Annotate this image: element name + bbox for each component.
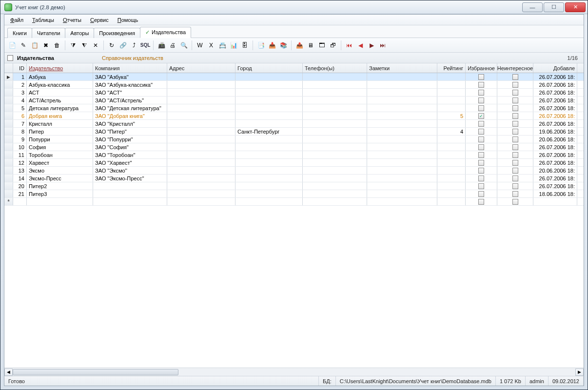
uninteresting-checkbox[interactable] [512,90,518,96]
favorite-checkbox[interactable] [478,160,484,166]
table-row[interactable]: 6Добрая книгаЗАО ''Добрая книга''5✓26.07… [4,112,584,120]
row-handle[interactable] [4,182,13,190]
toolbar-button[interactable]: W [195,40,205,50]
row-handle[interactable] [4,89,13,96]
toolbar-button[interactable]: SQL [140,40,150,50]
toolbar-button[interactable]: ↻ [107,40,117,50]
row-handle[interactable] [4,167,13,174]
row-handle[interactable] [4,104,13,112]
favorite-checkbox[interactable] [478,152,484,158]
favorite-checkbox[interactable] [478,82,484,88]
new-row[interactable] [4,198,584,206]
menu-таблицы[interactable]: Таблицы [28,16,58,24]
column-header-phone[interactable]: Телефон(ы) [303,63,367,73]
uninteresting-checkbox[interactable] [512,121,518,127]
column-header-favorite[interactable]: Избранное [466,63,497,73]
column-header-address[interactable]: Адрес [167,63,235,73]
uninteresting-checkbox[interactable] [512,74,518,80]
favorite-checkbox[interactable] [478,121,484,127]
table-row[interactable]: 2Азбука-классикаЗАО ''Азбука-классика''2… [4,81,584,89]
table-row[interactable]: 13ЭксмоЗАО ''Эксмо''20.06.2006 18: [4,167,584,175]
toolbar-button[interactable]: ⧨ [79,40,89,50]
toolbar-button[interactable]: 🗄 [240,40,250,50]
toolbar-button[interactable]: 🗑 [52,40,62,50]
favorite-checkbox[interactable] [478,74,484,80]
column-header-company[interactable]: Компания [93,63,167,73]
row-handle[interactable] [4,120,13,127]
favorite-checkbox[interactable] [478,168,484,174]
favorite-checkbox[interactable] [478,176,484,181]
uninteresting-checkbox[interactable] [512,129,518,135]
tab-книги[interactable]: Книги [7,28,32,38]
uninteresting-checkbox[interactable] [512,160,518,166]
table-row[interactable]: 3АСТЗАО ''АСТ''26.07.2006 18: [4,89,584,97]
close-button[interactable]: ✕ [565,2,586,12]
column-header-added[interactable]: Добавле [533,63,577,73]
table-row[interactable]: 9ПопурриЗАО ''Попурри''20.06.2006 18: [4,136,584,143]
column-header-uninteresting[interactable]: Неинтересное [497,63,533,73]
menu-сервис[interactable]: Сервис [86,16,113,24]
uninteresting-checkbox[interactable] [512,152,518,158]
column-header-notes[interactable]: Заметки [367,63,437,73]
uninteresting-checkbox[interactable] [512,82,518,88]
grid-body[interactable]: 1АзбукаЗАО ''Азбука''26.07.2006 18:2Азбу… [4,73,584,368]
row-handle[interactable] [4,136,13,143]
row-handle[interactable] [4,175,13,182]
uninteresting-checkbox[interactable] [512,105,518,111]
table-row[interactable]: 21Питер318.06.2006 18: [4,190,584,198]
scroll-track[interactable] [13,369,575,376]
row-handle[interactable] [4,97,13,104]
favorite-checkbox[interactable] [478,136,484,142]
uninteresting-checkbox[interactable] [512,176,518,181]
tab-читатели[interactable]: Читатели [32,28,66,38]
favorite-checkbox[interactable] [478,98,484,103]
column-header-id[interactable]: ID [13,63,27,73]
favorite-checkbox[interactable] [478,144,484,150]
column-header-city[interactable]: Город [235,63,303,73]
toolbar-button[interactable]: ⧩ [68,40,78,50]
tab-издательства[interactable]: ✓Издательства [140,27,191,38]
toolbar-button[interactable]: X [206,40,216,50]
uninteresting-checkbox[interactable] [512,191,518,197]
toolbar-button[interactable]: 📥 [267,40,277,50]
toolbar-button[interactable]: 🖥 [306,40,315,50]
menu-файл[interactable]: Файл [6,16,27,24]
row-handle[interactable] [4,112,13,119]
table-row[interactable]: 10СофияЗАО ''София''26.07.2006 18: [4,143,584,151]
row-handle[interactable] [4,143,13,151]
uninteresting-checkbox[interactable] [512,199,518,205]
uninteresting-checkbox[interactable] [512,98,518,103]
toolbar-button[interactable]: ✖ [41,40,51,50]
toolbar-button[interactable]: ✎ [19,40,28,50]
uninteresting-checkbox[interactable] [512,183,518,189]
toolbar-button[interactable]: ⏭ [378,40,388,50]
row-handle[interactable] [4,151,13,158]
toolbar-button[interactable]: 🔗 [118,40,128,50]
row-handle[interactable] [4,73,13,80]
uninteresting-checkbox[interactable] [512,113,518,119]
table-row[interactable]: 20Питер226.07.2006 18: [4,182,584,190]
table-row[interactable]: 12ХарвестЗАО ''Харвест''26.07.2006 18: [4,159,584,167]
favorite-checkbox[interactable] [478,129,484,135]
table-row[interactable]: 14Эксмо-ПрессЗАО ''Эксмо-Пресс''26.07.20… [4,175,584,182]
scroll-right-button[interactable]: ▶ [575,369,584,376]
toolbar-button[interactable]: 🔍 [179,40,189,50]
uninteresting-checkbox[interactable] [512,136,518,142]
favorite-checkbox[interactable] [478,90,484,96]
favorite-checkbox[interactable] [478,199,484,205]
toolbar-button[interactable]: 📊 [229,40,238,50]
tab-произведения[interactable]: Произведения [94,28,140,38]
toolbar-button[interactable]: ▶ [367,40,376,50]
favorite-checkbox[interactable] [478,105,484,111]
toolbar-button[interactable]: 📤 [294,40,304,50]
horizontal-scrollbar[interactable]: ◀ ▶ [4,368,584,376]
uninteresting-checkbox[interactable] [512,168,518,174]
column-header-rating[interactable]: Рейтинг [437,63,466,73]
toolbar-button[interactable]: ✕ [91,40,100,50]
table-row[interactable]: 11ТоробоанЗАО ''Торобоан''26.07.2006 18: [4,151,584,159]
column-header-publisher[interactable]: Издательство [27,63,93,73]
row-handle[interactable] [4,159,13,166]
toolbar-button[interactable]: 🗔 [317,40,327,50]
menu-помощь[interactable]: Помощь [114,16,142,24]
toolbar-button[interactable]: 📑 [256,40,266,50]
